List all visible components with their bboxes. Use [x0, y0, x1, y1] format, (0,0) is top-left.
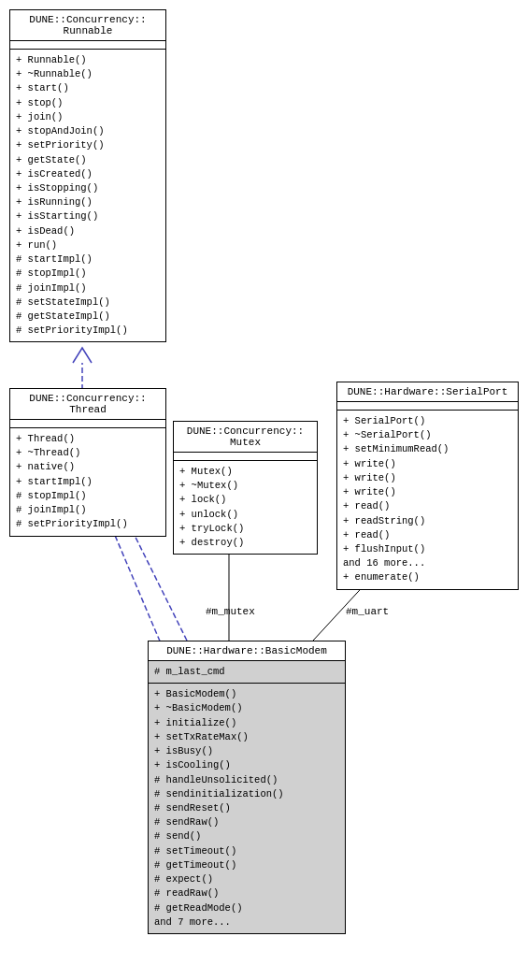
basicmodem-box: DUNE::Hardware::BasicModem # m_last_cmd … [148, 641, 346, 934]
thread-box: DUNE::Concurrency::Thread + Thread() + ~… [9, 388, 166, 537]
basicmodem-fields: # m_last_cmd [149, 661, 345, 684]
m-uart-label: #m_uart [346, 606, 389, 617]
mutex-box: DUNE::Concurrency::Mutex + Mutex() + ~Mu… [173, 421, 318, 555]
runnable-title: DUNE::Concurrency:: Runnable [10, 10, 165, 41]
serialport-fields [337, 402, 518, 411]
serialport-title: DUNE::Hardware::SerialPort [337, 382, 518, 402]
runnable-box: DUNE::Concurrency:: Runnable + Runnable(… [9, 9, 166, 342]
mutex-fields [174, 453, 317, 461]
mutex-title: DUNE::Concurrency::Mutex [174, 422, 317, 453]
thread-fields [10, 420, 165, 428]
mutex-methods: + Mutex() + ~Mutex() + lock() + unlock()… [174, 461, 317, 554]
thread-title: DUNE::Concurrency::Thread [10, 389, 165, 420]
serialport-box: DUNE::Hardware::SerialPort + SerialPort(… [336, 382, 519, 590]
thread-methods: + Thread() + ~Thread() + native() + star… [10, 428, 165, 536]
basicmodem-methods: + BasicModem() + ~BasicModem() + initial… [149, 684, 345, 933]
serialport-methods: + SerialPort() + ~SerialPort() + setMini… [337, 411, 518, 589]
runnable-title-text: DUNE::Concurrency:: Runnable [29, 14, 146, 36]
m-mutex-label: #m_mutex [206, 606, 255, 617]
basicmodem-title: DUNE::Hardware::BasicModem [149, 641, 345, 661]
runnable-fields [10, 41, 165, 50]
diagram-container: DUNE::Concurrency:: Runnable + Runnable(… [0, 0, 528, 980]
runnable-methods: + Runnable() + ~Runnable() + start() + s… [10, 50, 165, 341]
